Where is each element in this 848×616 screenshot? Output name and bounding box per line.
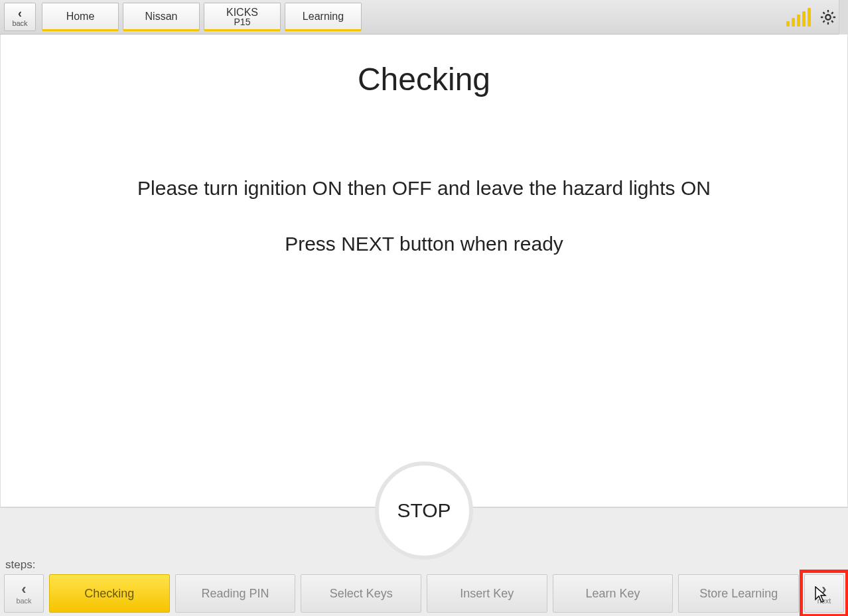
signal-icon xyxy=(786,8,811,27)
step-label: Select Keys xyxy=(330,587,393,601)
main-panel: Checking Please turn ignition ON then OF… xyxy=(0,34,848,507)
chevron-right-icon: › xyxy=(821,582,826,597)
gear-icon[interactable] xyxy=(817,7,839,28)
back-button-label: back xyxy=(12,19,27,27)
step-insert-key[interactable]: Insert Key xyxy=(427,574,547,613)
chevron-left-icon: ‹ xyxy=(21,582,26,597)
breadcrumb: Home Nissan KICKS P15 Learning xyxy=(40,0,364,34)
steps-back-label: back xyxy=(16,597,31,605)
steps-next-button[interactable]: › next xyxy=(804,574,844,613)
breadcrumb-label: Home xyxy=(66,11,95,22)
breadcrumb-label: Learning xyxy=(303,11,344,22)
instruction-text-2: Press NEXT button when ready xyxy=(285,233,563,255)
breadcrumb-model[interactable]: KICKS P15 xyxy=(204,3,281,31)
step-label: Store Learning xyxy=(699,587,778,601)
steps-next-label: next xyxy=(817,597,831,605)
step-reading-pin[interactable]: Reading PIN xyxy=(175,574,296,613)
step-label: Insert Key xyxy=(460,587,514,601)
step-select-keys[interactable]: Select Keys xyxy=(301,574,421,613)
breadcrumb-nissan[interactable]: Nissan xyxy=(123,3,200,31)
instruction-text-1: Please turn ignition ON then OFF and lea… xyxy=(137,177,711,200)
steps-row: ‹ back Checking Reading PIN Select Keys … xyxy=(0,572,848,616)
page-title: Checking xyxy=(358,61,490,97)
step-label: Reading PIN xyxy=(201,587,269,601)
status-icons xyxy=(786,0,845,34)
top-toolbar: ‹ back Home Nissan KICKS P15 Learning xyxy=(0,0,848,34)
svg-point-0 xyxy=(825,15,830,19)
breadcrumb-learning[interactable]: Learning xyxy=(285,3,362,31)
back-button[interactable]: ‹ back xyxy=(4,3,36,31)
breadcrumb-home[interactable]: Home xyxy=(42,3,119,31)
steps-back-button[interactable]: ‹ back xyxy=(4,574,44,613)
stop-button-label: STOP xyxy=(397,499,451,522)
step-label: Checking xyxy=(84,587,134,601)
step-checking[interactable]: Checking xyxy=(49,574,170,613)
stop-button[interactable]: STOP xyxy=(375,462,473,560)
step-store-learning[interactable]: Store Learning xyxy=(678,574,799,613)
chevron-left-icon: ‹ xyxy=(18,7,22,19)
breadcrumb-sublabel: P15 xyxy=(234,17,251,27)
breadcrumb-label: Nissan xyxy=(145,11,178,22)
step-label: Learn Key xyxy=(585,587,640,601)
step-learn-key[interactable]: Learn Key xyxy=(553,574,673,613)
